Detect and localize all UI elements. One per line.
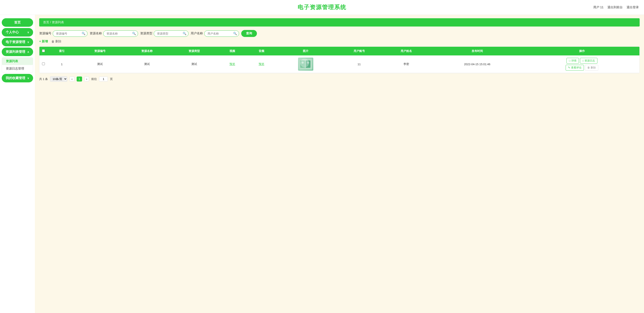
- delete-button[interactable]: 🗑 删除: [52, 39, 62, 43]
- view-comments-button[interactable]: ✎ 查看评论: [566, 65, 584, 71]
- th-image: 图片: [276, 47, 336, 55]
- search-group-resource-type: 资源类型 🔍: [140, 30, 188, 37]
- chevron-down-icon: ∨: [27, 77, 29, 80]
- pagination: 共 1 条 10条/页 20条/页 50条/页 ‹ 1 › 前往 页: [39, 76, 640, 82]
- toolbar: + 新增 🗑 删除: [39, 39, 640, 43]
- th-resource-no: 资源编号: [76, 47, 124, 55]
- sidebar-item-personal[interactable]: 个人中心 ∨: [2, 28, 33, 36]
- sidebar: 首页 个人中心 ∨ 电子资源管理 ∨ 资源列表管理 ∧ 资源列表: [0, 15, 35, 313]
- th-resource-name: 资源名称: [124, 47, 170, 55]
- query-button[interactable]: 查询: [241, 30, 257, 37]
- row-video[interactable]: 预览: [218, 55, 247, 73]
- th-index: 索引: [47, 47, 76, 55]
- main-layout: 首页 个人中心 ∨ 电子资源管理 ∨ 资源列表管理 ∧ 资源列表: [0, 15, 644, 313]
- resource-table: 索引 资源编号 资源名称 资源类型 视频 音频 图片 用户账号 用户姓名 发布时…: [39, 46, 640, 73]
- sidebar-item-favorites-mgmt[interactable]: 我的收藏管理 ∨: [2, 74, 33, 82]
- chevron-up-icon: ∧: [27, 50, 29, 53]
- th-video: 视频: [218, 47, 247, 55]
- breadcrumb-separator: /: [50, 20, 52, 24]
- resource-name-input[interactable]: [103, 30, 138, 37]
- sidebar-home-label: 首页: [14, 20, 21, 24]
- resource-no-label: 资源编号: [39, 31, 52, 35]
- svg-point-4: [307, 61, 309, 64]
- table-row: 1 测试 测试 测试 预览 预览 11 李密 2022-04-15: [40, 55, 640, 73]
- svg-rect-2: [306, 60, 310, 68]
- row-actions: □ 详情 □ 资源日志 ✎ 查看评论 🗑 删除: [524, 55, 640, 73]
- sidebar-resource-log-mgmt-label: 资源日志管理: [6, 67, 24, 70]
- search-group-resource-no: 资源编号 🔍: [39, 30, 88, 37]
- main-content: 首页 / 资源列表 资源编号 🔍 资源名称 🔍 资源类型: [35, 15, 644, 313]
- resource-type-label: 资源类型: [140, 31, 152, 35]
- table-header-row: 索引 资源编号 资源名称 资源类型 视频 音频 图片 用户账号 用户姓名 发布时…: [40, 47, 640, 55]
- goto-label: 前往: [91, 77, 97, 81]
- th-audio: 音频: [247, 47, 276, 55]
- add-button[interactable]: + 新增: [39, 39, 48, 43]
- logout-link[interactable]: 退出登录: [626, 5, 639, 9]
- sidebar-submenu-resource-list: 资源列表 资源日志管理: [2, 57, 33, 73]
- breadcrumb: 首页 / 资源列表: [39, 18, 640, 26]
- row-resource-name: 测试: [124, 55, 170, 73]
- row-user-account: 11: [336, 55, 382, 73]
- row-checkbox-cell[interactable]: [40, 55, 47, 73]
- sidebar-item-resource-list-mgmt[interactable]: 资源列表管理 ∧: [2, 48, 33, 56]
- search-group-resource-name: 资源名称 🔍: [90, 30, 138, 37]
- th-user-name: 用户姓名: [383, 47, 430, 55]
- row-checkbox[interactable]: [42, 62, 45, 65]
- resource-log-button[interactable]: □ 资源日志: [580, 58, 598, 64]
- page-goto-input[interactable]: [99, 77, 108, 82]
- resource-image: [298, 58, 313, 71]
- chevron-down-icon: ∨: [27, 41, 29, 44]
- total-label: 共 1 条: [39, 77, 48, 81]
- sidebar-item-resource-mgmt[interactable]: 电子资源管理 ∨: [2, 38, 33, 46]
- row-user-name: 李密: [383, 55, 430, 73]
- header-actions: 用户 11 退出到前台 退出登录: [593, 5, 639, 9]
- row-index: 1: [47, 55, 76, 73]
- th-user-account: 用户账号: [336, 47, 382, 55]
- svg-rect-1: [300, 60, 305, 68]
- user-label: 用户 11: [593, 5, 604, 9]
- sidebar-favorites-mgmt-label: 我的收藏管理: [6, 76, 25, 80]
- user-name-input-wrap: 🔍: [204, 30, 239, 37]
- page-size-select[interactable]: 10条/页 20条/页 50条/页: [50, 76, 67, 82]
- delete-icon: 🗑: [52, 40, 54, 43]
- resource-type-input-wrap: 🔍: [154, 30, 188, 37]
- user-name-input[interactable]: [204, 30, 239, 37]
- page-suffix: 页: [110, 77, 113, 81]
- row-audio[interactable]: 预览: [247, 55, 276, 73]
- resource-name-label: 资源名称: [90, 31, 102, 35]
- header: 电子资源管理系统 用户 11 退出到前台 退出登录: [0, 0, 644, 15]
- sidebar-resource-list-mgmt-label: 资源列表管理: [6, 50, 25, 54]
- breadcrumb-home: 首页: [43, 20, 49, 24]
- sidebar-item-resource-list[interactable]: 资源列表: [2, 58, 33, 65]
- user-name-label: 用户名称: [191, 31, 203, 35]
- back-to-console-link[interactable]: 退出到前台: [608, 5, 623, 9]
- resource-type-input[interactable]: [154, 30, 188, 37]
- sidebar-resource-list-label: 资源列表: [6, 59, 18, 63]
- th-actions: 操作: [524, 47, 640, 55]
- th-resource-type: 资源类型: [171, 47, 218, 55]
- search-group-user-name: 用户名称 🔍: [191, 30, 239, 37]
- svg-point-3: [302, 61, 304, 64]
- next-page-button[interactable]: ›: [84, 77, 89, 82]
- detail-button[interactable]: □ 详情: [566, 58, 579, 64]
- sidebar-resource-mgmt-label: 电子资源管理: [6, 40, 25, 44]
- row-image: [276, 55, 336, 73]
- sidebar-item-home[interactable]: 首页: [2, 18, 33, 27]
- resource-name-input-wrap: 🔍: [103, 30, 138, 37]
- current-page-button[interactable]: 1: [77, 77, 82, 82]
- delete-row-button[interactable]: 🗑 删除: [585, 65, 598, 71]
- chevron-down-icon: ∨: [27, 31, 29, 34]
- prev-page-button[interactable]: ‹: [70, 77, 74, 82]
- resource-no-input[interactable]: [53, 30, 88, 37]
- breadcrumb-current: 资源列表: [52, 20, 64, 24]
- search-bar: 资源编号 🔍 资源名称 🔍 资源类型 🔍: [39, 30, 640, 37]
- sidebar-personal-label: 个人中心: [6, 30, 19, 34]
- th-checkbox: [40, 47, 47, 55]
- sidebar-item-resource-log-mgmt[interactable]: 资源日志管理: [2, 65, 33, 72]
- row-publish-time: 2022-04-15 15:01:46: [430, 55, 524, 73]
- row-resource-type: 测试: [171, 55, 218, 73]
- delete-label: 删除: [55, 39, 62, 43]
- resource-no-input-wrap: 🔍: [53, 30, 88, 37]
- app-title: 电子资源管理系统: [298, 3, 346, 11]
- select-all-checkbox[interactable]: [42, 49, 45, 52]
